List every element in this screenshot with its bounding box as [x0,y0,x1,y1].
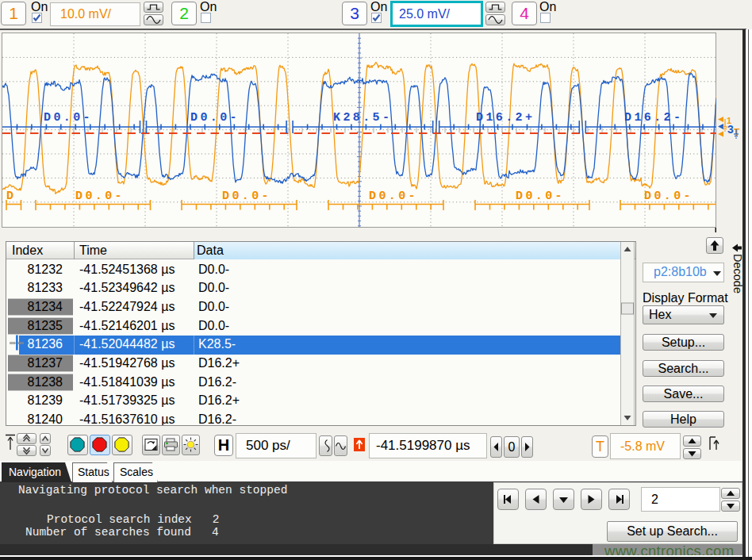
svg-text:3: 3 [727,123,734,136]
